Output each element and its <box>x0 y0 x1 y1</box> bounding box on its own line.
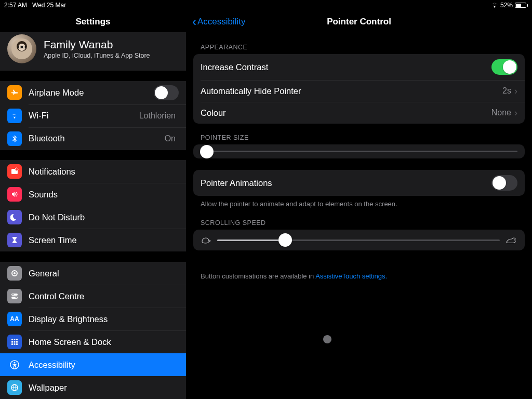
sidebar-item-wifi[interactable]: Wi-Fi Lothlorien <box>0 104 186 127</box>
svg-point-9 <box>14 272 16 274</box>
general-label: General <box>29 269 179 278</box>
increase-contrast-toggle[interactable] <box>491 59 517 75</box>
svg-rect-18 <box>14 341 16 343</box>
settings-sidebar: Settings Family Wanab Apple ID, iCloud, … <box>0 0 186 399</box>
notifications-icon <box>7 164 22 179</box>
battery-icon <box>515 3 528 8</box>
status-right: 52% <box>491 2 528 9</box>
increase-contrast-label: Increase Contrast <box>201 62 491 72</box>
svg-rect-22 <box>16 343 18 345</box>
sidebar-item-wallpaper[interactable]: Wallpaper <box>0 376 186 399</box>
sounds-label: Sounds <box>29 190 179 200</box>
slider-thumb[interactable] <box>278 233 292 247</box>
svg-point-7 <box>15 168 18 171</box>
aa-icon: AA <box>7 312 22 326</box>
status-time-date: 2:57 AM Wed 25 Mar <box>4 2 66 9</box>
auto-hide-label: Automatically Hide Pointer <box>201 86 502 96</box>
sidebar-item-general[interactable]: General <box>0 262 186 285</box>
sidebar-item-homedock[interactable]: Home Screen & Dock <box>0 330 186 353</box>
sidebar-item-screentime[interactable]: Screen Time <box>0 229 186 251</box>
turtle-icon <box>201 236 212 244</box>
avatar <box>7 34 36 63</box>
sidebar-item-notifications[interactable]: Notifications <box>0 160 186 183</box>
dnd-label: Do Not Disturb <box>29 212 179 222</box>
svg-rect-17 <box>11 341 13 343</box>
colour-label: Colour <box>201 108 491 118</box>
pointer-animations-footer: Allow the pointer to animate and adapt t… <box>186 196 532 209</box>
system-pointer-dot <box>323 335 331 343</box>
colour-row[interactable]: Colour None › <box>193 102 525 124</box>
svg-point-4 <box>19 46 21 48</box>
airplane-label: Airplane Mode <box>29 88 154 98</box>
wifi-icon <box>491 3 498 8</box>
notifications-label: Notifications <box>29 167 179 177</box>
back-button[interactable]: ‹ Accessibility <box>192 16 246 28</box>
assistivetouch-footer: Button customisations are available in A… <box>186 268 532 281</box>
wallpaper-label: Wallpaper <box>29 383 179 393</box>
svg-point-5 <box>23 46 25 48</box>
sidebar-title: Settings <box>0 10 186 32</box>
auto-hide-row[interactable]: Automatically Hide Pointer 2s › <box>193 80 525 102</box>
accessibility-label: Accessibility <box>29 360 179 370</box>
colour-value: None <box>491 108 511 117</box>
pointer-animations-toggle[interactable] <box>491 175 517 191</box>
sidebar-item-accessibility[interactable]: Accessibility <box>0 353 186 376</box>
pointer-size-slider[interactable] <box>201 151 517 152</box>
svg-rect-19 <box>16 341 18 343</box>
bluetooth-label: Bluetooth <box>29 134 165 143</box>
bluetooth-value: On <box>165 134 176 143</box>
svg-point-24 <box>14 362 15 363</box>
footer-text: Button customisations are available in <box>201 272 315 280</box>
sidebar-item-controlcentre[interactable]: Control Centre <box>0 285 186 308</box>
profile-text: Family Wanab Apple ID, iCloud, iTunes & … <box>44 38 150 59</box>
auto-hide-value: 2s <box>502 86 511 96</box>
svg-rect-16 <box>16 339 18 340</box>
slider-thumb[interactable] <box>200 145 214 158</box>
wifi-icon <box>7 109 22 123</box>
svg-rect-15 <box>14 339 16 340</box>
svg-point-13 <box>16 297 17 299</box>
back-label: Accessibility <box>197 17 246 27</box>
sounds-icon <box>7 187 22 202</box>
sidebar-item-display[interactable]: AA Display & Brightness <box>0 308 186 330</box>
sidebar-item-airplane[interactable]: Airplane Mode <box>0 81 186 104</box>
chevron-right-icon: › <box>514 108 517 118</box>
scrolling-speed-slider-card <box>193 230 525 250</box>
detail-pane: ‹ Accessibility Pointer Control APPEARAN… <box>186 0 532 399</box>
accessibility-icon <box>7 357 22 372</box>
sidebar-item-bluetooth[interactable]: Bluetooth On <box>0 127 186 150</box>
sidebar-item-dnd[interactable]: Do Not Disturb <box>0 206 186 229</box>
gear-icon <box>7 266 22 281</box>
detail-title: Pointer Control <box>327 17 391 27</box>
grid-icon <box>7 335 22 349</box>
pointer-animations-row[interactable]: Pointer Animations <box>193 170 525 196</box>
chevron-left-icon: ‹ <box>192 16 196 28</box>
pointer-animations-label: Pointer Animations <box>201 178 491 188</box>
airplane-icon <box>7 85 22 100</box>
screentime-label: Screen Time <box>29 235 179 245</box>
homedock-label: Home Screen & Dock <box>29 337 179 347</box>
appearance-header: APPEARANCE <box>186 33 532 54</box>
assistivetouch-link[interactable]: AssistiveTouch settings. <box>315 272 387 280</box>
svg-point-12 <box>12 294 14 296</box>
status-time: 2:57 AM <box>4 2 27 9</box>
svg-rect-20 <box>11 343 13 345</box>
profile-row[interactable]: Family Wanab Apple ID, iCloud, iTunes & … <box>0 32 186 71</box>
increase-contrast-row[interactable]: Increase Contrast <box>193 54 525 80</box>
display-label: Display & Brightness <box>29 314 179 324</box>
moon-icon <box>7 210 22 224</box>
scrolling-speed-slider[interactable] <box>217 240 500 241</box>
chevron-right-icon: › <box>514 86 517 97</box>
status-bar: 2:57 AM Wed 25 Mar 52% <box>0 0 532 10</box>
pointer-size-header: POINTER SIZE <box>186 124 532 144</box>
svg-rect-21 <box>14 343 16 345</box>
battery-percent: 52% <box>500 2 513 9</box>
wifi-value: Lothlorien <box>139 111 176 121</box>
airplane-toggle[interactable] <box>154 85 179 100</box>
svg-rect-14 <box>11 339 13 340</box>
profile-subtitle: Apple ID, iCloud, iTunes & App Store <box>44 52 150 59</box>
wifi-label: Wi-Fi <box>29 111 139 121</box>
sidebar-item-sounds[interactable]: Sounds <box>0 183 186 206</box>
controlcentre-label: Control Centre <box>29 291 179 301</box>
switches-icon <box>7 289 22 303</box>
